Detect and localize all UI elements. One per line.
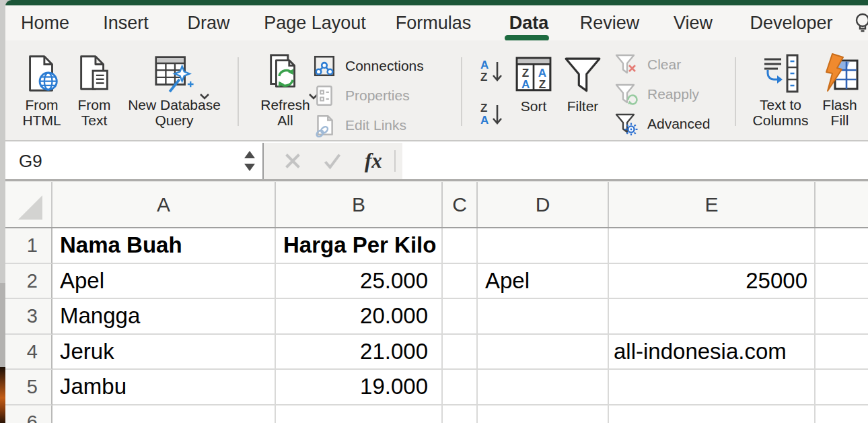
cell-E4[interactable]: all-indonesia.com xyxy=(609,335,816,370)
cell-D6[interactable] xyxy=(478,405,609,423)
column-header-a[interactable]: A xyxy=(52,182,276,227)
svg-text:Z: Z xyxy=(480,71,487,84)
reapply-filter-label: Reapply xyxy=(647,86,699,102)
cell-C4[interactable] xyxy=(443,335,478,370)
cell-C1[interactable] xyxy=(443,228,478,264)
tab-formulas[interactable]: Formulas xyxy=(396,5,472,40)
cell-D3[interactable] xyxy=(478,299,609,335)
select-all-corner[interactable] xyxy=(5,182,52,227)
clear-filter-button[interactable]: Clear xyxy=(614,53,710,76)
cell-A3[interactable]: Mangga xyxy=(52,299,276,335)
cell-A5[interactable]: Jambu xyxy=(52,370,276,405)
new-database-query-button[interactable]: New Database Query xyxy=(120,51,229,128)
flash-fill-button[interactable]: Flash Fill xyxy=(817,51,863,128)
cell-B2[interactable]: 25.000 xyxy=(276,264,443,300)
cell-B1[interactable]: Harga Per Kilo xyxy=(276,228,443,264)
row-header-6[interactable]: 6 xyxy=(5,405,52,423)
cell-C6[interactable] xyxy=(443,405,478,423)
tab-page-layout[interactable]: Page Layout xyxy=(264,5,366,40)
cell-D1[interactable] xyxy=(478,228,609,264)
sort-descending-button[interactable]: Z A xyxy=(478,101,505,128)
from-text-button[interactable]: From Text xyxy=(70,51,118,128)
from-html-button[interactable]: From HTML xyxy=(15,51,69,128)
enter-button[interactable] xyxy=(323,143,342,179)
cell-E5[interactable] xyxy=(609,370,816,405)
text-to-columns-button[interactable]: Text to Columns xyxy=(744,51,817,128)
flash-fill-icon xyxy=(819,51,861,96)
cell-F6[interactable] xyxy=(816,405,868,423)
cell-A2[interactable]: Apel xyxy=(52,264,276,300)
cell-B4[interactable]: 21.000 xyxy=(276,335,443,370)
row-header-4[interactable]: 4 xyxy=(5,335,52,370)
sheet-row-3: 3 Mangga 20.000 xyxy=(5,299,868,335)
cell-C3[interactable] xyxy=(443,299,478,335)
cancel-x-icon xyxy=(284,152,301,170)
edit-links-label: Edit Links xyxy=(345,117,406,133)
cell-F2[interactable] xyxy=(816,264,868,300)
cell-F3[interactable] xyxy=(816,299,868,335)
group-divider xyxy=(238,57,239,126)
row-header-1[interactable]: 1 xyxy=(5,228,52,264)
edit-links-button[interactable]: Edit Links xyxy=(312,113,424,137)
screen: Home Insert Draw Page Layout Formulas Da… xyxy=(0,0,868,423)
name-box-stepper[interactable] xyxy=(242,143,260,179)
reapply-filter-icon xyxy=(614,83,639,106)
new-database-query-dropdown-chevron[interactable] xyxy=(199,93,210,100)
cell-E6[interactable] xyxy=(609,405,816,423)
column-header-b[interactable]: B xyxy=(276,182,443,227)
advanced-filter-button[interactable]: Advanced xyxy=(614,112,710,135)
cancel-button[interactable] xyxy=(284,143,301,179)
row-header-2[interactable]: 2 xyxy=(5,264,52,300)
cell-A4[interactable]: Jeruk xyxy=(52,335,276,370)
tab-draw[interactable]: Draw xyxy=(187,5,229,40)
cell-E1[interactable] xyxy=(609,228,816,264)
name-box[interactable]: G9 xyxy=(5,143,264,179)
tab-insert[interactable]: Insert xyxy=(103,5,149,40)
cell-A6[interactable] xyxy=(52,405,276,423)
cell-E3[interactable] xyxy=(609,299,816,335)
tab-home[interactable]: Home xyxy=(21,5,69,40)
reapply-filter-button[interactable]: Reapply xyxy=(614,82,710,106)
cell-B6[interactable] xyxy=(276,405,443,423)
cell-A1[interactable]: Nama Buah xyxy=(52,228,276,264)
advanced-filter-icon xyxy=(614,112,639,135)
stepper-up-icon xyxy=(244,151,255,158)
cell-C2[interactable] xyxy=(443,264,478,300)
column-header-c[interactable]: C xyxy=(443,182,478,227)
column-header-d[interactable]: D xyxy=(478,182,609,227)
row-header-5[interactable]: 5 xyxy=(5,370,52,405)
cell-B3[interactable]: 20.000 xyxy=(276,299,443,335)
from-text-icon xyxy=(73,51,115,96)
sheet-row-2: 2 Apel 25.000 Apel 25000 xyxy=(5,264,868,300)
cell-F4[interactable] xyxy=(816,335,868,370)
tell-me-lightbulb-icon[interactable] xyxy=(852,12,868,35)
refresh-all-button[interactable]: Refresh All xyxy=(256,51,315,128)
insert-function-button[interactable]: fx xyxy=(365,143,382,179)
sort-button[interactable]: Z A A Z Sort xyxy=(512,53,555,114)
column-header-f[interactable] xyxy=(816,182,868,227)
column-header-e[interactable]: E xyxy=(609,182,816,227)
cell-F1[interactable] xyxy=(816,228,868,264)
ribbon-tab-bar: Home Insert Draw Page Layout Formulas Da… xyxy=(5,5,868,40)
formula-input[interactable] xyxy=(402,143,868,179)
cell-F5[interactable] xyxy=(816,370,868,405)
row-header-3[interactable]: 3 xyxy=(5,299,52,335)
connections-button[interactable]: Connections xyxy=(312,54,424,77)
cell-B5[interactable]: 19.000 xyxy=(276,370,443,405)
tab-view[interactable]: View xyxy=(674,5,713,40)
window-titlebar[interactable] xyxy=(5,0,868,5)
sort-ascending-button[interactable]: A Z xyxy=(478,58,505,85)
tab-review[interactable]: Review xyxy=(580,5,640,40)
tab-developer[interactable]: Developer xyxy=(750,5,832,40)
refresh-all-icon xyxy=(265,51,305,96)
filter-button[interactable]: Filter xyxy=(561,53,604,114)
clear-filter-label: Clear xyxy=(647,57,681,73)
cell-D5[interactable] xyxy=(478,370,609,405)
cell-E2[interactable]: 25000 xyxy=(609,264,816,300)
cell-C5[interactable] xyxy=(443,370,478,405)
cell-D4[interactable] xyxy=(478,335,609,370)
column-header-row: A B C D E xyxy=(5,182,868,228)
cell-D2[interactable]: Apel xyxy=(478,264,609,300)
svg-text:Z: Z xyxy=(480,102,487,115)
properties-button[interactable]: Properties xyxy=(312,84,424,107)
